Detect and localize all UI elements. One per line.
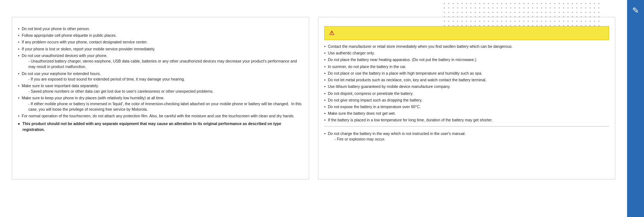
battery-list: Contact the manufacturer or retail store…	[324, 44, 609, 123]
caution-triangle-icon: ⚠	[328, 29, 335, 38]
sub-item: Saved phone numbers or other data can ge…	[22, 89, 303, 94]
list-item: Use lithium battery guaranteed by mobile…	[324, 84, 609, 89]
list-item: Use authentic charger only.	[324, 50, 609, 56]
list-item: If the battery is placed in a low temper…	[324, 117, 609, 123]
list-item: Do not let metal products such as neckla…	[324, 77, 609, 83]
section-divider	[324, 126, 609, 127]
note-item: This product should not be added with an…	[18, 121, 303, 132]
right-sidebar: ✎	[627, 0, 644, 217]
sub-item: If you are exposed to loud sound for ext…	[22, 77, 303, 82]
list-item: Do not expose the battery in a temperatu…	[324, 104, 609, 110]
caution-section: Do not lend your phone to other person. …	[12, 17, 309, 179]
list-item: Make sure to keep your phone in dry plac…	[18, 95, 303, 112]
sub-item: If either mobile phone or battery is imm…	[22, 101, 303, 112]
list-item: Do not use unauthorized devices with you…	[18, 53, 303, 70]
dot-pattern: // Generate dots const dp = document.que…	[441, 0, 610, 29]
list-item: Follow appropriate cell phone etiquette …	[18, 33, 303, 38]
sub-item: Unauthorized battery charger, stereo ear…	[22, 58, 303, 70]
sub-item: Fire or explosion may occur.	[328, 136, 609, 142]
list-item: Make sure to save important data separat…	[18, 83, 303, 94]
list-item: For normal operation of the touchscreen,…	[18, 113, 303, 119]
pencil-icon: ✎	[632, 6, 639, 15]
main-content: // Generate dots const dp = document.que…	[0, 0, 627, 217]
list-item: If any problem occurs with your phone, c…	[18, 39, 303, 45]
list-item: Make sure the battery does not get wet.	[324, 111, 609, 116]
list-item: In summer, do not place the battery in t…	[324, 64, 609, 70]
list-item: If your phone is lost or stolen, report …	[18, 46, 303, 52]
list-item: Do not use your earphone for extended ho…	[18, 71, 303, 82]
list-item: Do not place the battery near heating ap…	[324, 57, 609, 63]
caution-list: Do not lend your phone to other person. …	[18, 26, 303, 119]
list-item: Do not lend your phone to other person.	[18, 26, 303, 32]
content-columns: Do not lend your phone to other person. …	[12, 17, 615, 179]
list-item: Do not place or use the battery in a pla…	[324, 71, 609, 76]
list-item: Do not disjoint, compress or penetrate t…	[324, 91, 609, 96]
list-item: Contact the manufacturer or retail store…	[324, 44, 609, 49]
charging-list: Do not charge the battery in the way whi…	[324, 131, 609, 142]
list-item: Do not charge the battery in the way whi…	[324, 131, 609, 142]
battery-section: ⚠ Contact the manufacturer or retail sto…	[318, 17, 615, 179]
list-item: Do not give strong impact such as droppi…	[324, 97, 609, 103]
